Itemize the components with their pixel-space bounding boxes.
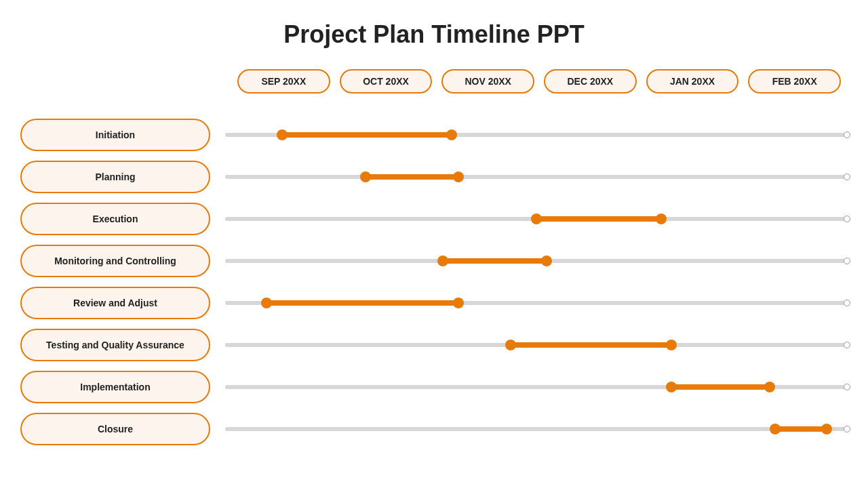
end-dot-icon [453, 298, 464, 308]
start-dot-icon [360, 171, 371, 182]
track [225, 214, 848, 224]
start-dot-icon [770, 424, 781, 434]
end-dot-icon [764, 382, 775, 392]
track [225, 256, 848, 266]
track-line [225, 427, 848, 431]
gantt-row: Review and Adjust [20, 282, 848, 324]
task-bar [366, 174, 459, 180]
track [225, 298, 848, 308]
gantt-row: Implementation [20, 366, 848, 408]
track [225, 382, 848, 392]
end-circle-icon [844, 384, 850, 390]
month-pill: NOV 20XX [441, 69, 534, 94]
gantt-row: Planning [20, 156, 848, 198]
task-bar [536, 216, 661, 222]
row-label: Review and Adjust [20, 287, 210, 319]
start-dot-icon [531, 214, 542, 224]
end-dot-icon [446, 129, 457, 140]
gantt-row: Initiation [20, 114, 848, 156]
month-pill: DEC 20XX [544, 69, 637, 94]
task-bar [267, 300, 458, 306]
gantt-row: Closure [20, 408, 848, 450]
month-pills-container: SEP 20XXOCT 20XXNOV 20XXDEC 20XXJAN 20XX… [217, 69, 848, 94]
month-pill: FEB 20XX [748, 69, 841, 94]
track [225, 130, 848, 140]
end-circle-icon [844, 342, 850, 348]
track [225, 172, 848, 182]
row-label: Implementation [20, 371, 210, 403]
task-bar [671, 384, 770, 390]
start-dot-icon [277, 129, 288, 140]
gantt-row: Monitoring and Controlling [20, 240, 848, 282]
task-bar [775, 426, 827, 432]
row-label: Closure [20, 413, 210, 445]
gantt-row: Testing and Quality Assurance [20, 324, 848, 366]
track [225, 424, 848, 434]
track-line [225, 175, 848, 179]
task-bar [511, 342, 671, 348]
task-bar [282, 132, 451, 138]
row-label: Monitoring and Controlling [20, 245, 210, 277]
row-label: Testing and Quality Assurance [20, 329, 210, 361]
row-label: Execution [20, 203, 210, 235]
end-circle-icon [844, 426, 850, 432]
end-dot-icon [666, 340, 677, 350]
end-circle-icon [844, 216, 850, 222]
page-title: Project Plan Timeline PPT [20, 20, 848, 49]
start-dot-icon [505, 340, 516, 350]
gantt-row: Execution [20, 198, 848, 240]
end-circle-icon [844, 174, 850, 180]
task-bar [443, 258, 547, 264]
end-circle-icon [844, 131, 850, 138]
gantt-chart: SEP 20XXOCT 20XXNOV 20XXDEC 20XXJAN 20XX… [20, 69, 848, 450]
start-dot-icon [437, 256, 448, 266]
gantt-rows-container: InitiationPlanningExecutionMonitoring an… [20, 114, 848, 450]
end-dot-icon [541, 256, 552, 266]
row-label: Initiation [20, 119, 210, 151]
end-circle-icon [844, 300, 850, 306]
month-header-row: SEP 20XXOCT 20XXNOV 20XXDEC 20XXJAN 20XX… [20, 69, 848, 94]
row-label: Planning [20, 161, 210, 193]
month-pill: OCT 20XX [340, 69, 433, 94]
month-pill: SEP 20XX [237, 69, 330, 94]
start-dot-icon [666, 382, 677, 392]
end-dot-icon [656, 214, 667, 224]
end-circle-icon [844, 258, 850, 264]
end-dot-icon [453, 171, 464, 182]
track [225, 340, 848, 350]
month-pill: JAN 20XX [646, 69, 739, 94]
start-dot-icon [261, 298, 272, 308]
end-dot-icon [821, 424, 832, 434]
